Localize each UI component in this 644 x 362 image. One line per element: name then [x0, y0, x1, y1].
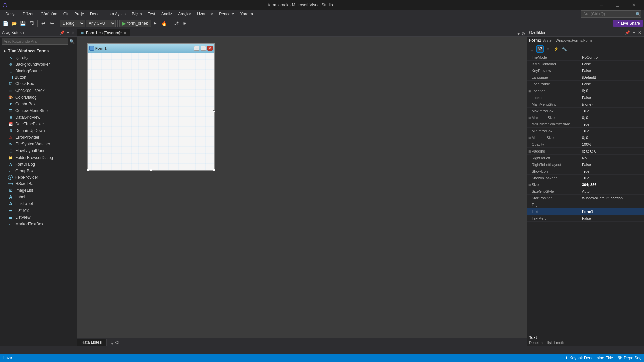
prop-row-maximizebox[interactable]: MaximizeBox True — [527, 108, 644, 114]
toolbox-item-colordialog[interactable]: 🎨 ColorDialog — [0, 94, 77, 101]
open-btn[interactable]: 📂 — [10, 19, 18, 27]
toolbox-item-flowlayoutpanel[interactable]: ⊞ FlowLayoutPanel — [0, 147, 77, 154]
prop-row-mainmenustrip[interactable]: MainMenuStrip (none) — [527, 101, 644, 108]
hot-reload-btn[interactable]: 🔥 — [160, 19, 168, 27]
form-body[interactable] — [88, 53, 214, 170]
props-wrench-btn[interactable]: 🔧 — [560, 45, 568, 53]
bottom-tab-cikti[interactable]: Çıktı — [107, 339, 123, 346]
toolbox-item-filesystemwatcher[interactable]: 👁 FileSystemWatcher — [0, 141, 77, 147]
prop-row-righttoleft[interactable]: RightToLeft No — [527, 155, 644, 161]
toolbox-item-bindingsource[interactable]: ⊞ BindingSource — [0, 68, 77, 74]
menu-bicim[interactable]: Biçim — [129, 10, 144, 18]
maximize-button[interactable]: □ — [610, 0, 625, 10]
form-window[interactable]: Form1 ─ □ ✕ — [87, 43, 215, 171]
toolbox-item-helpprovider[interactable]: ? HelpProvider — [0, 174, 77, 180]
form-designer[interactable]: Form1 ─ □ ✕ — [87, 43, 221, 171]
run-button[interactable]: ▶ form_ornek — [119, 20, 151, 27]
toolbox-item-datetimepicker[interactable]: 📅 DateTimePicker — [0, 121, 77, 127]
platform-select[interactable]: Any CPU — [86, 20, 116, 27]
form-minimize-btn[interactable]: ─ — [194, 46, 199, 51]
new-file-btn[interactable]: 📄 — [1, 19, 9, 27]
branch-item[interactable]: 💎 Depo Seç — [617, 356, 641, 360]
resize-handle-bottom[interactable] — [150, 169, 152, 171]
resize-handle-br[interactable] — [213, 169, 215, 171]
prop-row-language[interactable]: Language (Default) — [527, 74, 644, 81]
toolbox-item-errorprovider[interactable]: ⚠ ErrorProvider — [0, 134, 77, 141]
prop-row-textmert[interactable]: TextMert False — [527, 215, 644, 222]
prop-row-padding[interactable]: ⊞Padding 0; 0; 0; 0 — [527, 148, 644, 155]
prop-row-maximumsize[interactable]: ⊞MaximumSize 0; 0 — [527, 114, 644, 121]
toolbox-item-checkbox[interactable]: ☑ CheckBox — [0, 80, 77, 87]
menu-araclar[interactable]: Araçlar — [175, 10, 194, 18]
toolbox-item-contextmenustrip[interactable]: ☰ ContextMenuStrip — [0, 107, 77, 114]
source-control-item[interactable]: ⬆ Kaynak Denetimine Ekle — [565, 356, 613, 360]
props-properties-btn[interactable]: ≡ — [544, 45, 552, 53]
menu-dosya[interactable]: Dosya — [3, 10, 19, 18]
undo-btn[interactable]: ↩ — [39, 19, 47, 27]
git-btn[interactable]: ⎇ — [172, 19, 180, 27]
close-button[interactable]: ✕ — [626, 0, 641, 10]
prop-row-startposition[interactable]: StartPosition WindowsDefaultLocation — [527, 195, 644, 201]
prop-row-imemode[interactable]: ImeMode NoControl — [527, 54, 644, 61]
toolbox-item-imagelist[interactable]: 🖼 ImageList — [0, 187, 77, 194]
toolbox-item-markedtextbox[interactable]: ▭ MarkedTextBox — [0, 221, 77, 227]
toolbox-item-label[interactable]: A Label — [0, 194, 77, 200]
toolbox-close-icon[interactable]: ✕ — [71, 30, 75, 35]
toolbox-item-backgroundworker[interactable]: ⚙ BackgroundWorker — [0, 61, 77, 68]
resize-handle-bl[interactable] — [87, 169, 89, 171]
toolbox-section-header[interactable]: ▲ Tüm Windows Forms — [0, 48, 77, 54]
prop-row-righttoleftlayout[interactable]: RightToLeftLayout False — [527, 161, 644, 168]
prop-row-ismdicontainer[interactable]: IsMdiContainer False — [527, 61, 644, 67]
toolbox-expand-icon[interactable]: ▼ — [66, 30, 70, 35]
toolbox-item-datagridview[interactable]: ⊞ DataGridView — [0, 114, 77, 121]
save-all-btn[interactable]: 🖫 — [28, 19, 36, 27]
toolbox-item-listbox[interactable]: ☰ ListBox — [0, 207, 77, 214]
toolbox-item-domainupdown[interactable]: ⇅ DomainUpDown — [0, 127, 77, 134]
menu-duzen[interactable]: Düzen — [20, 10, 37, 18]
prop-row-showicon[interactable]: ShowIcon True — [527, 168, 644, 175]
toolbox-item-folderbrowserdialog[interactable]: 📁 FolderBrowserDialog — [0, 154, 77, 161]
menu-derle[interactable]: Derle — [87, 10, 102, 18]
menu-git[interactable]: Git — [61, 10, 71, 18]
prop-row-keypreview[interactable]: KeyPreview False — [527, 67, 644, 74]
prop-row-mdichildren[interactable]: MdiChildrenMinimizedAnc True — [527, 121, 644, 128]
menu-uzantilar[interactable]: Uzantılar — [194, 10, 216, 18]
designer-tab[interactable]: 🖥 Form1.cs [Tasarım]* ✕ — [77, 29, 130, 36]
menu-test[interactable]: Test — [145, 10, 158, 18]
toolbox-search-input[interactable] — [2, 38, 68, 45]
menu-yardim[interactable]: Yardım — [237, 10, 256, 18]
toolbox-pin-icon[interactable]: 📌 — [60, 30, 65, 35]
menu-pencere[interactable]: Pencere — [216, 10, 237, 18]
save-btn[interactable]: 💾 — [19, 19, 27, 27]
toolbox-item-isaretci[interactable]: ↖ İşaretçi — [0, 54, 77, 61]
toolbox-item-checkedlistbox[interactable]: ☰ CheckedListBox — [0, 87, 77, 94]
menu-gorunum[interactable]: Görünüm — [38, 10, 60, 18]
toolbox-item-combobox[interactable]: ▼ ComboBox — [0, 101, 77, 107]
debug-mode-select[interactable]: Debug Release — [60, 20, 85, 27]
props-category-btn[interactable]: ⊞ — [528, 45, 536, 53]
toolbox-item-groupbox[interactable]: ▭ GroupBox — [0, 168, 77, 174]
menu-hata-ayikla[interactable]: Hata Ayıkla — [103, 10, 128, 18]
prop-row-size[interactable]: ⊞Size 364; 356 — [527, 181, 644, 188]
prop-row-text[interactable]: Text Form1 — [527, 208, 644, 215]
designer-tab-close[interactable]: ✕ — [124, 31, 127, 35]
redo-btn[interactable]: ↪ — [48, 19, 56, 27]
tab-gear-icon[interactable]: ⚙ — [521, 31, 525, 36]
props-alphabetical-btn[interactable]: AZ — [536, 45, 544, 53]
resize-handle-right[interactable] — [213, 110, 215, 112]
prop-row-tag[interactable]: Tag — [527, 201, 644, 208]
layout-btn[interactable]: ⊞ — [181, 19, 189, 27]
toolbox-item-listview[interactable]: ☰ ListView — [0, 214, 77, 221]
properties-pin-icon[interactable]: 📌 — [624, 29, 631, 36]
bottom-tab-hata-listesi[interactable]: Hata Listesi — [77, 339, 107, 346]
toolbox-search-icon[interactable]: 🔍 — [69, 39, 75, 44]
search-icon[interactable]: 🔍 — [635, 12, 641, 17]
prop-row-localizable[interactable]: Localizable False — [527, 81, 644, 87]
menu-proje[interactable]: Proje — [72, 10, 87, 18]
attach-btn[interactable]: ▶| — [152, 19, 160, 27]
toolbox-item-linklabel[interactable]: A LinkLabel — [0, 200, 77, 207]
prop-row-sizegripstyle[interactable]: SizeGripStyle Auto — [527, 188, 644, 195]
prop-row-locked[interactable]: Locked False — [527, 94, 644, 101]
prop-row-minimizebox[interactable]: MinimizeBox True — [527, 128, 644, 134]
minimize-button[interactable]: ─ — [594, 0, 609, 10]
